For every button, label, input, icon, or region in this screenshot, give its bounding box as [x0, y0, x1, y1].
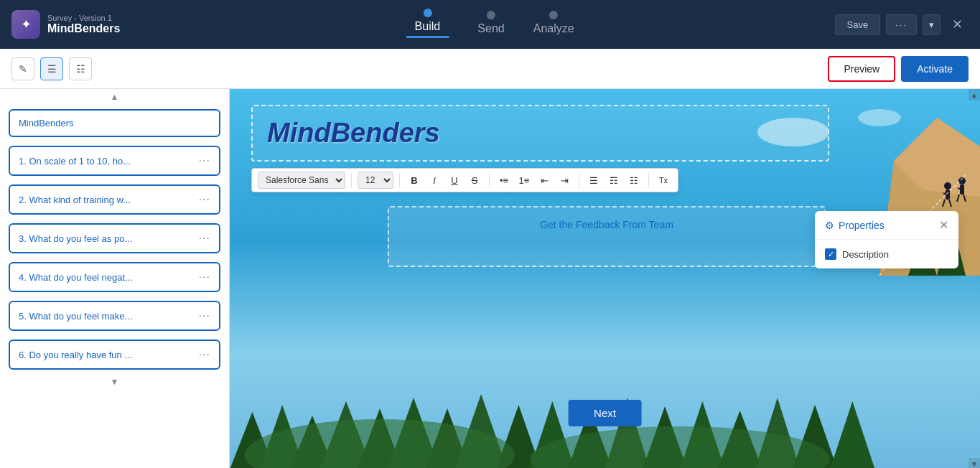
sidebar-item-q1-label: 1. On scale of 1 to 10, ho...	[19, 156, 131, 167]
sidebar-item-q5-label: 5. What do you feel make...	[19, 311, 132, 322]
svg-marker-33	[830, 401, 875, 468]
format-divider-3	[489, 173, 490, 187]
sidebar-item-q4-menu[interactable]: ···	[199, 271, 210, 284]
sidebar-item-q4-label: 4. What do you feel negat...	[19, 272, 133, 283]
description-checkbox[interactable]: ✓	[825, 248, 836, 260]
sidebar-item-q3-menu[interactable]: ···	[199, 232, 210, 245]
indent-left-button[interactable]: ⇤	[536, 172, 553, 189]
sidebar-item-q3-label: 3. What do you feel as po...	[19, 233, 132, 244]
page-toolbar: ✎ ☰ ☷ Preview Activate	[0, 49, 980, 89]
preview-button[interactable]: Preview	[828, 56, 895, 82]
activate-button[interactable]: Activate	[901, 56, 969, 82]
tab-send-dot	[487, 11, 495, 19]
description-label: Description	[842, 249, 889, 260]
font-size-wrapper: 12	[358, 172, 393, 189]
sidebar-item-q1[interactable]: 1. On scale of 1 to 10, ho... ···	[9, 146, 220, 176]
align-center-button[interactable]: ☶	[605, 172, 622, 189]
grid-icon: ☷	[76, 63, 85, 75]
format-divider-4	[579, 173, 579, 187]
more-options-button[interactable]: ···	[886, 14, 917, 35]
edit-icon: ✎	[19, 63, 27, 75]
tab-analyze-dot	[549, 11, 558, 19]
font-size-select[interactable]: 12	[358, 172, 393, 189]
tab-send[interactable]: Send	[477, 11, 504, 38]
italic-button[interactable]: I	[426, 172, 443, 189]
tab-build-dot	[423, 9, 431, 17]
main-layout: ▲ MindBenders 1. On scale of 1 to 10, ho…	[0, 89, 980, 468]
next-button[interactable]: Next	[568, 400, 642, 426]
format-divider-1	[351, 173, 352, 187]
nav-actions: Save ··· ▾ ✕	[835, 14, 969, 35]
canvas-scroll-down[interactable]: ▼	[969, 458, 980, 468]
title-selection-box[interactable]: MindBenders	[251, 105, 829, 162]
sidebar-item-q5-menu[interactable]: ···	[199, 309, 210, 322]
app-logo-text: Survey - Version 1 MindBenders	[47, 14, 120, 35]
app-logo: ✦ Survey - Version 1 MindBenders	[11, 10, 155, 39]
sidebar-scroll-up[interactable]: ▲	[0, 89, 229, 105]
app-subtitle: Survey - Version 1	[47, 14, 120, 22]
sidebar-item-q2-menu[interactable]: ···	[199, 193, 210, 206]
sidebar-item-q6-label: 6. Do you really have fun ...	[19, 350, 132, 360]
font-family-wrapper: Salesforce Sans	[258, 172, 345, 189]
sidebar-item-q3[interactable]: 3. What do you feel as po... ···	[9, 223, 220, 253]
align-left-button[interactable]: ☰	[585, 172, 602, 189]
top-nav: ✦ Survey - Version 1 MindBenders Build S…	[0, 0, 980, 49]
format-toolbar: Salesforce Sans 12 B I U S •≡ 1≡ ⇤ ⇥	[251, 168, 678, 192]
sidebar-item-q1-menu[interactable]: ···	[199, 154, 210, 167]
sidebar-item-q2-label: 2. What kind of training w...	[19, 195, 131, 205]
description-box[interactable]: Get the Feedback From Team ⤡	[388, 206, 826, 267]
strikethrough-button[interactable]: S	[466, 172, 483, 189]
bold-button[interactable]: B	[406, 172, 423, 189]
svg-point-1	[858, 109, 901, 126]
list-view-button[interactable]: ☰	[40, 57, 63, 80]
properties-title: ⚙ Properties	[825, 220, 885, 231]
survey-title: MindBenders	[267, 118, 813, 149]
tab-send-label: Send	[477, 22, 504, 35]
properties-header: ⚙ Properties ✕	[815, 211, 958, 240]
indent-right-button[interactable]: ⇥	[556, 172, 573, 189]
tab-analyze-label: Analyze	[533, 22, 574, 35]
remove-format-button[interactable]: Tx	[655, 172, 672, 189]
properties-panel: ⚙ Properties ✕ ✓ Description	[815, 211, 958, 268]
tab-build-underline	[406, 36, 449, 38]
sidebar-item-cover[interactable]: MindBenders	[9, 109, 220, 137]
edit-button[interactable]: ✎	[11, 57, 34, 80]
next-button-wrapper: Next	[568, 400, 642, 426]
bullets-button[interactable]: •≡	[495, 172, 513, 189]
scroll-up-icon: ▲	[111, 92, 119, 102]
app-title: MindBenders	[47, 22, 120, 35]
sidebar-item-q4[interactable]: 4. What do you feel negat... ···	[9, 262, 220, 292]
tab-build-label: Build	[415, 20, 441, 33]
font-family-select[interactable]: Salesforce Sans	[258, 172, 345, 189]
format-divider-2	[399, 173, 400, 187]
app-logo-icon: ✦	[11, 10, 40, 39]
underline-button[interactable]: U	[446, 172, 463, 189]
sidebar-scroll-down[interactable]: ▼	[0, 374, 229, 390]
align-right-button[interactable]: ☷	[625, 172, 643, 189]
sidebar-item-q6[interactable]: 6. Do you really have fun ... ···	[9, 340, 220, 370]
sidebar-item-cover-label: MindBenders	[19, 118, 74, 128]
nav-tabs: Build Send Analyze	[406, 9, 574, 41]
tab-build[interactable]: Build	[406, 9, 449, 41]
numbered-button[interactable]: 1≡	[515, 172, 533, 189]
save-button[interactable]: Save	[835, 14, 881, 35]
properties-body: ✓ Description	[815, 240, 958, 268]
properties-close-button[interactable]: ✕	[939, 218, 948, 232]
close-button[interactable]: ✕	[946, 14, 969, 35]
sidebar-item-q5[interactable]: 5. What do you feel make... ···	[9, 301, 220, 331]
sidebar-item-q2[interactable]: 2. What kind of training w... ···	[9, 184, 220, 215]
properties-icon: ⚙	[825, 220, 834, 231]
dropdown-button[interactable]: ▾	[923, 14, 941, 35]
grid-view-button[interactable]: ☷	[69, 57, 92, 80]
scroll-down-icon: ▼	[111, 377, 119, 387]
canvas-scroll-up[interactable]: ▲	[969, 89, 980, 100]
tab-analyze[interactable]: Analyze	[533, 11, 574, 38]
sidebar-item-q6-menu[interactable]: ···	[199, 348, 210, 361]
svg-point-6	[944, 182, 951, 189]
properties-description-item: ✓ Description	[825, 248, 948, 260]
survey-canvas: MindBenders Salesforce Sans 12 B I	[230, 89, 980, 468]
description-text: Get the Feedback From Team	[401, 219, 813, 230]
sidebar: ▲ MindBenders 1. On scale of 1 to 10, ho…	[0, 89, 230, 468]
format-divider-5	[648, 173, 649, 187]
content-area: MindBenders Salesforce Sans 12 B I	[230, 89, 980, 468]
